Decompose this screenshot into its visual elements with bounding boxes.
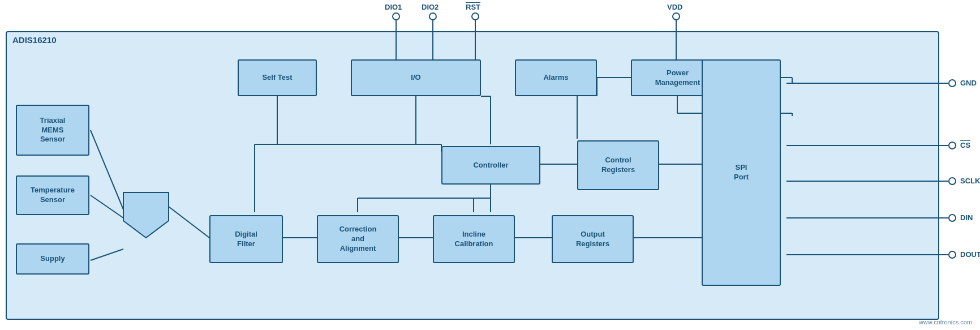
output-registers-block: Output Registers [552, 215, 634, 263]
correction-label: Correction and Alignment [339, 225, 377, 254]
supply-label: Supply [40, 254, 65, 264]
self-test-block: Self Test [238, 59, 317, 96]
chip-label: ADIS16210 [12, 35, 57, 45]
incline-label: Incline Calibration [455, 230, 493, 249]
gnd-pin-label: GND [960, 79, 977, 87]
triaxial-label: Triaxial MEMS Sensor [40, 116, 66, 145]
dio1-pin-label: DIO1 [385, 3, 402, 11]
sclk-pin-circle [948, 177, 956, 185]
spi-port-block: SPI Port [702, 59, 781, 286]
watermark: www.cntronics.com [919, 319, 972, 325]
dout-pin-circle [948, 251, 956, 259]
vdd-pin-circle [672, 12, 680, 20]
output-regs-label: Output Registers [576, 230, 609, 249]
controller-label: Controller [473, 161, 508, 170]
gnd-pin-circle [948, 79, 956, 87]
rst-pin-label: RST [466, 3, 480, 11]
rst-pin-circle [471, 12, 479, 20]
temp-label: Temperature Sensor [31, 186, 75, 205]
cs-pin-circle [948, 142, 956, 149]
sclk-pin-label: SCLK [960, 177, 980, 185]
din-pin-label: DIN [960, 213, 973, 222]
spi-port-label: SPI Port [734, 163, 749, 182]
control-regs-label: Control Registers [601, 156, 635, 175]
triaxial-mems-block: Triaxial MEMS Sensor [16, 105, 89, 156]
dio2-pin-circle [429, 12, 437, 20]
alarms-block: Alarms [515, 59, 597, 96]
supply-block: Supply [16, 243, 89, 275]
dio1-pin-circle [392, 12, 400, 20]
incline-calibration-block: Incline Calibration [433, 215, 515, 263]
alarms-label: Alarms [543, 73, 568, 83]
correction-alignment-block: Correction and Alignment [317, 215, 399, 263]
io-block: I/O [351, 59, 481, 96]
diagram-container: ADIS16210 [0, 0, 980, 330]
digital-filter-label: Digital Filter [235, 230, 257, 249]
self-test-label: Self Test [262, 73, 292, 83]
dio2-pin-label: DIO2 [422, 3, 439, 11]
controller-block: Controller [441, 146, 540, 185]
din-pin-circle [948, 214, 956, 222]
cs-pin-label: CS [960, 141, 970, 149]
io-label: I/O [411, 73, 420, 83]
temp-sensor-block: Temperature Sensor [16, 175, 89, 215]
digital-filter-block: Digital Filter [209, 215, 283, 263]
power-mgmt-label: Power Management [655, 68, 700, 88]
control-registers-block: Control Registers [577, 140, 659, 190]
vdd-pin-label: VDD [667, 3, 682, 11]
dout-pin-label: DOUT [960, 250, 980, 259]
